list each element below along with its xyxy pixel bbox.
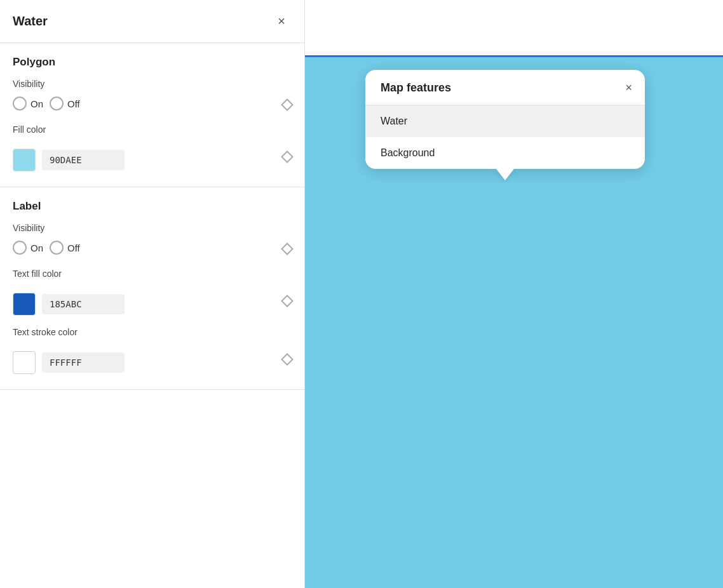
polygon-fill-color-row	[13, 142, 292, 171]
polygon-visibility-label: Visibility	[13, 79, 292, 89]
left-panel: Water × Polygon Visibility On Off Fill c…	[0, 0, 305, 588]
polygon-visibility-row: On Off	[13, 97, 292, 113]
label-radio-on-label: On	[30, 243, 43, 253]
popup-item-water[interactable]: Water	[365, 105, 645, 137]
label-text-stroke-color-row	[13, 345, 292, 374]
polygon-radio-off-circle	[50, 97, 64, 110]
panel-title: Water	[13, 14, 48, 29]
popup-item-background-label: Background	[381, 147, 435, 158]
label-text-fill-color-swatch[interactable]	[13, 293, 36, 316]
label-text-stroke-color-swatch[interactable]	[13, 351, 36, 374]
polygon-radio-on[interactable]: On	[13, 97, 43, 110]
label-radio-off[interactable]: Off	[50, 241, 80, 255]
map-top-bar	[305, 0, 723, 57]
map-features-popup: Map features × Water Background	[365, 70, 645, 169]
polygon-fill-color-label: Fill color	[13, 124, 292, 135]
label-text-stroke-color-input[interactable]	[42, 352, 125, 373]
label-radio-on-circle	[13, 241, 27, 255]
label-text-fill-color-row	[13, 286, 292, 316]
label-radio-on[interactable]: On	[13, 241, 43, 255]
popup-item-background[interactable]: Background	[365, 137, 645, 169]
polygon-section-title: Polygon	[13, 56, 292, 69]
label-visibility-row: On Off	[13, 241, 292, 257]
panel-header: Water ×	[0, 0, 304, 43]
polygon-radio-on-label: On	[30, 98, 43, 109]
map-panel: Map features × Water Background	[305, 0, 723, 588]
label-text-fill-color-swatch-row	[13, 293, 125, 316]
close-icon: ×	[278, 14, 285, 29]
label-section: Label Visibility On Off Text fill color	[0, 187, 304, 390]
popup-item-water-label: Water	[381, 116, 407, 126]
polygon-radio-group: On Off	[13, 97, 80, 110]
label-radio-off-circle	[50, 241, 64, 255]
label-radio-off-label: Off	[67, 243, 80, 253]
polygon-radio-on-circle	[13, 97, 27, 110]
popup-close-icon: ×	[625, 81, 632, 94]
label-visibility-label: Visibility	[13, 223, 292, 233]
label-text-fill-color-label: Text fill color	[13, 269, 292, 279]
label-text-stroke-swatch-row	[13, 351, 125, 374]
label-radio-group: On Off	[13, 241, 80, 255]
label-text-fill-color-input[interactable]	[42, 294, 125, 314]
polygon-section: Polygon Visibility On Off Fill color	[0, 43, 304, 187]
polygon-fill-color-diamond-icon	[281, 150, 294, 163]
polygon-visibility-diamond-icon	[281, 98, 294, 111]
label-text-stroke-diamond-icon	[281, 353, 294, 366]
polygon-radio-off-label: Off	[67, 98, 80, 109]
popup-title: Map features	[381, 81, 451, 95]
label-visibility-diamond-icon	[281, 243, 294, 255]
label-text-fill-diamond-icon	[281, 295, 294, 307]
popup-close-button[interactable]: ×	[625, 81, 632, 95]
polygon-color-row	[13, 149, 125, 171]
polygon-fill-color-input[interactable]	[42, 150, 125, 170]
popup-header: Map features ×	[365, 70, 645, 105]
panel-close-button[interactable]: ×	[271, 11, 292, 32]
label-text-stroke-color-label: Text stroke color	[13, 327, 292, 337]
label-section-title: Label	[13, 200, 292, 213]
polygon-fill-color-swatch[interactable]	[13, 149, 36, 171]
polygon-radio-off[interactable]: Off	[50, 97, 80, 110]
